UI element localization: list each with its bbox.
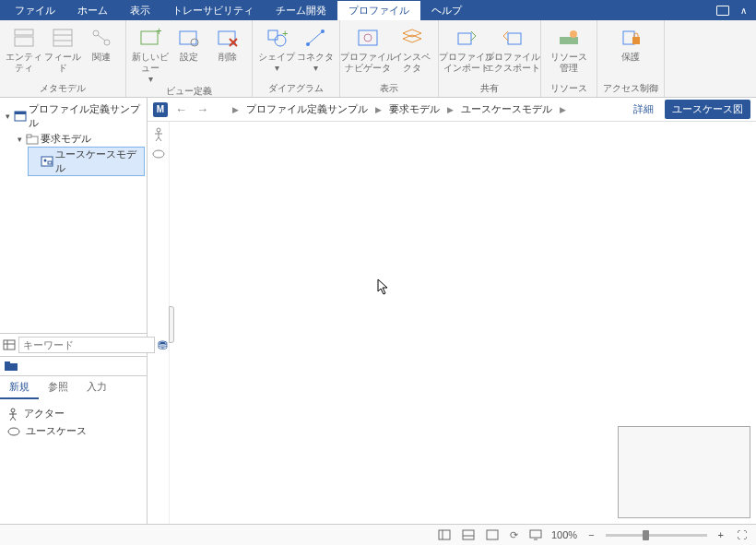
svg-line-18 <box>308 31 323 44</box>
svg-rect-40 <box>5 361 10 364</box>
palette: アクター ユースケース <box>0 399 147 445</box>
svg-rect-10 <box>180 31 196 44</box>
palette-item-usecase[interactable]: ユースケース <box>7 422 139 440</box>
palette-tab-new[interactable]: 新規 <box>0 376 39 399</box>
tool-actor-icon[interactable] <box>153 127 164 142</box>
tree-label: ユースケースモデル <box>55 148 143 175</box>
nav-back-icon[interactable]: ← <box>173 102 189 116</box>
menu-file[interactable]: ファイル <box>4 1 66 20</box>
nav-forward-icon[interactable]: → <box>195 102 210 116</box>
palette-item-actor[interactable]: アクター <box>7 405 139 422</box>
canvas-toolstrip <box>148 122 170 524</box>
menu-team[interactable]: チーム開発 <box>265 1 337 20</box>
canvas-body <box>148 122 756 524</box>
btn-view-settings[interactable]: 設定 <box>171 22 207 63</box>
diagram-canvas[interactable] <box>170 122 756 524</box>
ribbon-group-label: ダイアグラム <box>268 82 324 97</box>
btn-field[interactable]: フィールド <box>44 22 81 74</box>
palette-tab-ref[interactable]: 参照 <box>39 376 77 399</box>
menu-help[interactable]: ヘルプ <box>420 1 473 20</box>
minimap[interactable] <box>618 426 750 518</box>
layout-3-icon[interactable] <box>484 529 501 540</box>
svg-rect-55 <box>463 530 474 539</box>
btn-inspector[interactable]: インスペクタ <box>392 22 432 74</box>
svg-point-26 <box>570 30 577 38</box>
mouse-cursor-icon <box>377 278 390 295</box>
palette-tab-input[interactable]: 入力 <box>77 376 116 399</box>
ribbon-group-metamodel: エンティティ フィールド 関連 メタモデル <box>0 20 126 97</box>
breadcrumb-item[interactable]: 要求モデル <box>389 102 440 116</box>
pane-handle[interactable] <box>169 306 174 343</box>
btn-profile-export[interactable]: プロファイル エクスポート <box>490 22 535 74</box>
crumb-sep-icon: ▶ <box>558 105 568 114</box>
collapse-ribbon-icon[interactable]: ∧ <box>740 6 747 16</box>
tree-child-usecase[interactable]: ユースケースモデル <box>28 147 145 176</box>
svg-point-52 <box>153 150 164 158</box>
zoom-out-button[interactable]: − <box>585 529 597 540</box>
refresh-icon[interactable]: ⟳ <box>508 529 520 541</box>
svg-rect-21 <box>359 30 377 45</box>
menu-view[interactable]: 表示 <box>119 1 161 20</box>
zoom-slider[interactable] <box>606 534 707 537</box>
ribbon-group-diagram: +シェイプ▾ コネクタ▾ ダイアグラム <box>253 20 340 97</box>
status-bar: ⟳ 100% − + ⛶ <box>0 524 756 545</box>
zoom-in-button[interactable]: + <box>715 529 727 540</box>
layout-1-icon[interactable] <box>436 529 453 540</box>
menu-profile[interactable]: プロファイル <box>337 1 420 20</box>
btn-resource-mgmt[interactable]: リソース管理 <box>547 22 591 74</box>
svg-point-22 <box>364 34 372 41</box>
btn-relation[interactable]: 関連 <box>83 22 120 63</box>
breadcrumb-item[interactable]: プロファイル定義サンプル <box>246 102 368 116</box>
tree-root[interactable]: ▾ プロファイル定義サンプル <box>2 101 145 131</box>
diagram-icon <box>41 156 53 167</box>
btn-connector[interactable]: コネクタ▾ <box>297 22 334 74</box>
breadcrumb-item[interactable]: ユースケースモデル <box>461 102 552 116</box>
fit-icon[interactable]: ⛶ <box>735 529 749 540</box>
ribbon-group-viewdef: +新しいビュー▾ 設定 削除 ビュー定義 <box>126 20 253 97</box>
model-badge-icon[interactable]: M <box>153 102 168 117</box>
btn-profile-import[interactable]: プロファイル インポート <box>444 22 489 74</box>
layout-2-icon[interactable] <box>460 529 477 540</box>
menu-bar: ファイル ホーム 表示 トレーサビリティ チーム開発 プロファイル ヘルプ ∧ <box>0 0 756 20</box>
canvas-topbar: M ← → ▶ プロファイル定義サンプル ▶ 要求モデル ▶ ユースケースモデル… <box>148 98 756 122</box>
tool-usecase-icon[interactable] <box>152 149 165 159</box>
collapse-icon[interactable]: ▾ <box>15 135 24 144</box>
svg-point-20 <box>321 30 325 33</box>
palette-icon[interactable] <box>4 361 143 372</box>
usecase-diagram-button[interactable]: ユースケース図 <box>665 100 750 119</box>
svg-point-47 <box>157 128 160 132</box>
svg-point-11 <box>191 39 198 46</box>
btn-shape[interactable]: +シェイプ▾ <box>258 22 295 74</box>
keyword-input[interactable] <box>18 337 155 353</box>
ribbon-group-share: プロファイル インポート プロファイル エクスポート 共有 <box>439 20 541 97</box>
svg-rect-39 <box>5 363 18 371</box>
svg-line-7 <box>98 35 105 41</box>
zoom-level: 100% <box>551 529 577 540</box>
svg-text:+: + <box>156 28 161 38</box>
package-icon <box>26 134 39 145</box>
ribbon-group-resource: リソース管理 リソース <box>541 20 597 97</box>
zoom-thumb[interactable] <box>643 530 649 540</box>
svg-rect-32 <box>27 135 31 137</box>
btn-entity[interactable]: エンティティ <box>6 22 42 74</box>
btn-profile-navigator[interactable]: プロファイル ナビゲータ <box>346 22 390 74</box>
screen-icon[interactable] <box>527 529 544 540</box>
grid-icon[interactable] <box>3 339 16 350</box>
ribbon-group-label: 共有 <box>480 82 499 97</box>
svg-rect-58 <box>530 530 541 538</box>
btn-new-view[interactable]: +新しいビュー▾ <box>132 22 169 85</box>
detail-link[interactable]: 詳細 <box>633 102 654 116</box>
crumb-sep-icon: ▶ <box>373 105 384 114</box>
btn-protect[interactable]: 保護 <box>610 22 651 63</box>
collapse-icon[interactable]: ▾ <box>4 112 12 121</box>
svg-rect-1 <box>15 37 33 46</box>
tree-child-req[interactable]: ▾ 要求モデル <box>2 131 145 147</box>
btn-view-delete[interactable]: 削除 <box>209 22 246 63</box>
svg-rect-28 <box>632 37 640 44</box>
left-pane: ▾ プロファイル定義サンプル ▾ 要求モデル ユースケースモデル ⛃ <box>0 98 148 524</box>
menu-traceability[interactable]: トレーサビリティ <box>161 1 265 20</box>
ribbon-group-label: リソース <box>550 82 587 97</box>
tree-label: 要求モデル <box>41 132 91 146</box>
menu-home[interactable]: ホーム <box>66 1 119 20</box>
window-icon[interactable] <box>716 6 729 16</box>
